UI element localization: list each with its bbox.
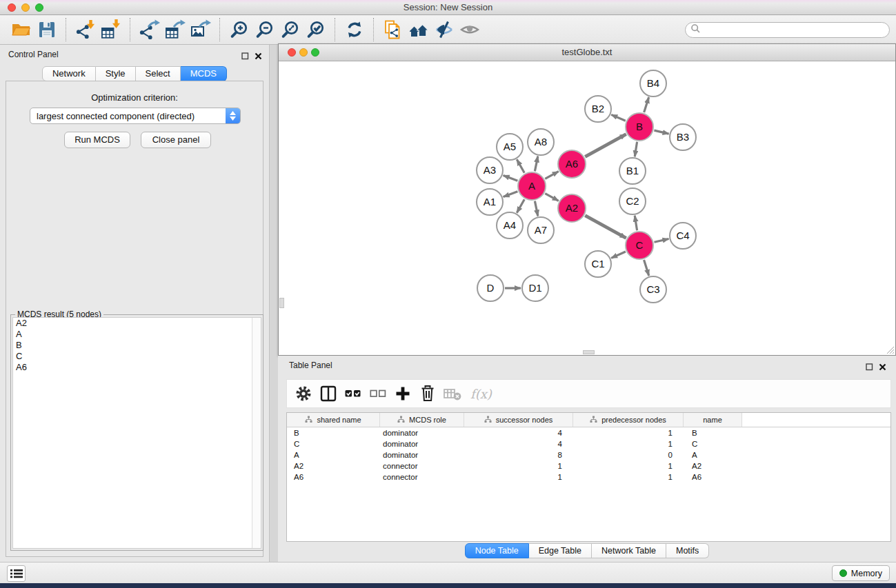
column-header-predecessor-nodes[interactable]: predecessor nodes bbox=[573, 413, 684, 427]
zoom-out-icon[interactable] bbox=[252, 17, 277, 43]
graph-edge-A6-B[interactable] bbox=[585, 134, 626, 157]
graph-edge-A-A7[interactable] bbox=[535, 201, 537, 216]
table-cell[interactable]: 1 bbox=[573, 460, 684, 472]
network-canvas[interactable]: AA1A2A3A4A5A6A7A8BB1B2B3B4CC1C2C3C4DD1 bbox=[279, 61, 895, 355]
resize-grip-icon[interactable] bbox=[885, 345, 895, 354]
tab-motifs[interactable]: Motifs bbox=[666, 543, 709, 558]
memory-button[interactable]: Memory bbox=[832, 565, 890, 581]
table-cell[interactable]: A bbox=[287, 449, 380, 460]
tab-style[interactable]: Style bbox=[96, 66, 136, 81]
graph-node-D[interactable]: D bbox=[477, 275, 504, 301]
column-header-shared-name[interactable]: shared name bbox=[287, 413, 380, 427]
table-cell[interactable]: C bbox=[684, 438, 742, 449]
table-cell[interactable]: dominator bbox=[380, 427, 464, 438]
doc-share-icon[interactable] bbox=[380, 17, 406, 43]
table-cell[interactable]: 0 bbox=[573, 449, 684, 460]
graph-node-A6[interactable]: A6 bbox=[558, 150, 586, 178]
graph-edge-C-C4[interactable] bbox=[654, 239, 668, 243]
table-cell[interactable]: A6 bbox=[684, 472, 742, 483]
table-cell[interactable]: connector bbox=[380, 460, 464, 472]
open-file-icon[interactable] bbox=[8, 17, 34, 43]
graph-edge-C-C1[interactable] bbox=[611, 252, 626, 258]
graph-edge-B-B3[interactable] bbox=[654, 130, 668, 134]
graph-node-B3[interactable]: B3 bbox=[670, 124, 696, 150]
task-history-button[interactable] bbox=[7, 565, 26, 582]
table-cell[interactable]: C bbox=[287, 438, 380, 449]
zoom-fit-icon[interactable] bbox=[277, 17, 303, 43]
graph-node-C2[interactable]: C2 bbox=[619, 188, 646, 214]
table-cell[interactable]: 4 bbox=[464, 438, 573, 449]
graph-node-A3[interactable]: A3 bbox=[477, 157, 503, 183]
close-panel-icon[interactable] bbox=[879, 361, 886, 374]
mcds-list-scrollbar[interactable] bbox=[252, 318, 261, 548]
tab-network[interactable]: Network bbox=[42, 66, 96, 81]
hide-details-icon[interactable] bbox=[431, 17, 457, 43]
graph-node-B4[interactable]: B4 bbox=[640, 70, 666, 97]
table-row[interactable]: Cdominator41C bbox=[287, 438, 890, 449]
graph-edge-B-B1[interactable] bbox=[635, 142, 637, 157]
graph-edge-A-A1[interactable] bbox=[504, 192, 518, 197]
column-header-name[interactable]: name bbox=[684, 413, 742, 427]
table-cell[interactable]: A6 bbox=[287, 472, 380, 483]
graph-edge-B-B4[interactable] bbox=[644, 97, 649, 112]
graph-edge-C-C3[interactable] bbox=[644, 260, 649, 276]
mcds-result-item[interactable]: A bbox=[13, 329, 261, 340]
unselect-all-icon[interactable] bbox=[366, 381, 390, 406]
graph-edge-A2-C[interactable] bbox=[585, 216, 626, 239]
export-network-icon[interactable] bbox=[137, 17, 162, 43]
graph-node-A7[interactable]: A7 bbox=[528, 217, 554, 243]
table-cell[interactable]: A2 bbox=[684, 460, 742, 472]
table-cell[interactable]: 1 bbox=[573, 427, 684, 438]
home-icon[interactable] bbox=[406, 17, 431, 43]
graph-edge-A-A8[interactable] bbox=[535, 156, 537, 172]
import-network-icon[interactable] bbox=[72, 17, 98, 43]
zoom-selected-icon[interactable] bbox=[303, 17, 328, 43]
graph-node-B1[interactable]: B1 bbox=[619, 158, 646, 184]
mcds-result-item[interactable]: A6 bbox=[13, 362, 261, 373]
export-table-icon[interactable] bbox=[162, 17, 188, 43]
graph-node-D1[interactable]: D1 bbox=[522, 275, 548, 301]
close-panel-icon[interactable] bbox=[255, 50, 262, 63]
table-cell[interactable]: 1 bbox=[464, 460, 573, 472]
column-header-successor-nodes[interactable]: successor nodes bbox=[464, 413, 573, 427]
graph-node-C1[interactable]: C1 bbox=[585, 251, 611, 277]
table-cell[interactable]: 1 bbox=[464, 472, 573, 483]
tab-select[interactable]: Select bbox=[136, 66, 181, 81]
search-input[interactable] bbox=[704, 24, 889, 37]
graph-node-A4[interactable]: A4 bbox=[497, 212, 523, 239]
mcds-result-item[interactable]: C bbox=[13, 351, 261, 362]
graph-edge-A-A2[interactable] bbox=[545, 194, 558, 201]
graph-node-A1[interactable]: A1 bbox=[477, 189, 503, 215]
select-all-icon[interactable] bbox=[341, 381, 366, 406]
graph-node-A[interactable]: A bbox=[518, 172, 546, 200]
import-table-icon[interactable] bbox=[98, 17, 123, 43]
export-image-icon[interactable] bbox=[188, 17, 213, 43]
tab-mcds[interactable]: MCDS bbox=[181, 66, 227, 81]
table-cell[interactable]: dominator bbox=[380, 438, 464, 449]
graph-node-C[interactable]: C bbox=[626, 232, 653, 259]
gear-icon[interactable] bbox=[291, 381, 316, 406]
graph-edge-B-B2[interactable] bbox=[611, 114, 626, 121]
refresh-icon[interactable] bbox=[341, 17, 367, 43]
tab-network-table[interactable]: Network Table bbox=[592, 543, 666, 558]
table-cell[interactable]: 8 bbox=[464, 449, 573, 460]
table-cell[interactable]: 1 bbox=[573, 438, 684, 449]
table-row[interactable]: A2connector11A2 bbox=[287, 460, 890, 472]
float-panel-icon[interactable] bbox=[241, 50, 249, 63]
tab-node-table[interactable]: Node Table bbox=[465, 543, 529, 558]
optimization-dropdown[interactable]: largest connected component (directed) bbox=[30, 108, 241, 124]
save-session-icon[interactable] bbox=[34, 17, 59, 43]
birdseye-icon[interactable] bbox=[457, 17, 482, 43]
graph-node-B[interactable]: B bbox=[626, 113, 653, 141]
columns-icon[interactable] bbox=[316, 381, 341, 406]
float-panel-icon[interactable] bbox=[866, 361, 873, 374]
canvas-hscroll-thumb[interactable] bbox=[583, 350, 595, 354]
table-cell[interactable]: 1 bbox=[573, 472, 684, 483]
graph-edge-A-A4[interactable] bbox=[517, 199, 524, 213]
delete-icon[interactable] bbox=[415, 381, 440, 406]
table-cell[interactable]: B bbox=[287, 427, 380, 438]
graph-node-A5[interactable]: A5 bbox=[497, 134, 523, 160]
graph-edge-A-A3[interactable] bbox=[504, 175, 518, 181]
graph-node-B2[interactable]: B2 bbox=[585, 96, 611, 122]
mcds-result-item[interactable]: A2 bbox=[13, 318, 261, 329]
